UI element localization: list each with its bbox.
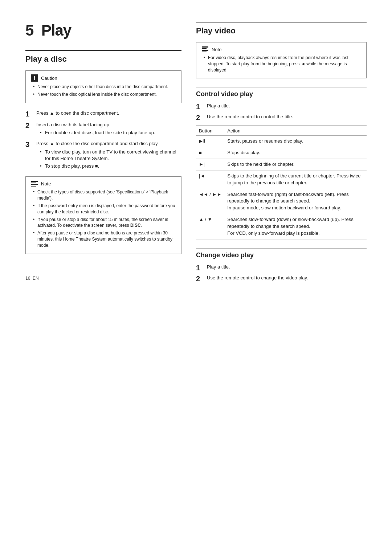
note-item-4: After you pause or stop a disc and no bu… <box>33 230 176 248</box>
play-video-note-item-1: For video disc, playback always resumes … <box>204 55 361 73</box>
steps-list: 1 Press ▲ to open the disc compartment. … <box>25 110 181 171</box>
table-row-0: ▶IIStarts, pauses or resumes disc play. <box>196 136 367 147</box>
note-item-3: If you pause or stop a disc for about 15… <box>33 217 176 229</box>
right-column: Play video Note For video disc, playback… <box>196 22 367 292</box>
step-2: 2 Insert a disc with its label facing up… <box>25 121 181 138</box>
step-1-number: 1 <box>25 110 33 118</box>
table-cell-button-5: ▲ / ▼ <box>196 214 224 239</box>
control-table: Button Action ▶IIStarts, pauses or resum… <box>196 126 367 239</box>
table-cell-button-0: ▶II <box>196 136 224 147</box>
left-section-title: Play a disc <box>25 50 181 64</box>
step-2-number: 2 <box>25 121 33 130</box>
note-item-1: Check the types of discs supported (see … <box>33 189 176 201</box>
play-video-note-icon <box>201 46 209 53</box>
caution-header: ! Caution <box>31 74 176 82</box>
table-cell-action-0: Starts, pauses or resumes disc play. <box>224 136 367 147</box>
note-box: Note Check the types of discs supported … <box>25 176 181 254</box>
change-step-1-number: 1 <box>196 263 203 272</box>
table-cell-button-1: ■ <box>196 147 224 159</box>
play-video-note-list: For video disc, playback always resumes … <box>201 55 361 73</box>
caution-list: Never place any objects other than discs… <box>31 84 176 98</box>
table-row-3: |◄Skips to the beginning of the current … <box>196 170 367 189</box>
change-step-1-content: Play a title. <box>207 263 367 271</box>
change-step-2-content: Use the remote control to change the vid… <box>207 274 367 282</box>
table-cell-button-4: ◄◄ / ►► <box>196 189 224 214</box>
table-cell-button-3: |◄ <box>196 170 224 189</box>
step-2-content: Insert a disc with its label facing up. … <box>36 121 181 138</box>
caution-icon: ! <box>31 74 38 82</box>
table-cell-action-4: Searches fast-forward (right) or fast-ba… <box>224 189 367 214</box>
control-step-1: 1 Play a title. <box>196 102 367 111</box>
caution-box: ! Caution Never place any objects other … <box>25 70 181 103</box>
step-3-number: 3 <box>25 140 33 149</box>
step-1: 1 Press ▲ to open the disc compartment. <box>25 110 181 118</box>
table-cell-action-2: Skips to the next title or chapter. <box>224 159 367 171</box>
table-row-5: ▲ / ▼Searches slow-forward (down) or slo… <box>196 214 367 239</box>
control-step-1-content: Play a title. <box>207 102 367 110</box>
left-column: 5 Play Play a disc ! Caution Never place… <box>25 22 181 292</box>
change-video-steps: 1 Play a title. 2 Use the remote control… <box>196 263 367 283</box>
note-list: Check the types of discs supported (see … <box>31 189 176 248</box>
control-video-section: Control video play 1 Play a title. 2 Use… <box>196 87 367 239</box>
table-row-4: ◄◄ / ►►Searches fast-forward (right) or … <box>196 189 367 214</box>
step-3-bullet-2: To stop disc play, press ■. <box>40 163 181 169</box>
step-3-content: Press ▲ to close the disc compartment an… <box>36 140 181 171</box>
col-action: Action <box>224 126 367 136</box>
table-row-1: ■Stops disc play. <box>196 147 367 159</box>
page-footer: 16 EN <box>25 276 181 281</box>
table-cell-action-3: Skips to the beginning of the current ti… <box>224 170 367 189</box>
control-video-steps: 1 Play a title. 2 Use the remote control… <box>196 102 367 122</box>
step-3-bullet-1: To view disc play, turn on the TV to the… <box>40 149 181 162</box>
chapter-title: 5 Play <box>25 22 181 39</box>
control-step-1-number: 1 <box>196 102 203 111</box>
note-icon <box>31 180 38 187</box>
note-label: Note <box>41 181 51 187</box>
table-header-row: Button Action <box>196 126 367 136</box>
change-step-2: 2 Use the remote control to change the v… <box>196 274 367 283</box>
change-video-title: Change video play <box>196 248 367 259</box>
table-cell-button-2: ►| <box>196 159 224 171</box>
table-cell-action-5: Searches slow-forward (down) or slow-bac… <box>224 214 367 239</box>
control-step-2-content: Use the remote control to control the ti… <box>207 113 367 120</box>
step-3-bullets: To view disc play, turn on the TV to the… <box>36 149 181 170</box>
caution-label: Caution <box>41 75 57 81</box>
control-step-2: 2 Use the remote control to control the … <box>196 113 367 122</box>
control-video-title: Control video play <box>196 87 367 98</box>
col-button: Button <box>196 126 224 136</box>
table-body: ▶IIStarts, pauses or resumes disc play.■… <box>196 136 367 239</box>
change-video-section: Change video play 1 Play a title. 2 Use … <box>196 248 367 283</box>
control-step-2-number: 2 <box>196 113 203 122</box>
control-table-container: Button Action ▶IIStarts, pauses or resum… <box>196 126 367 239</box>
page-layout: 5 Play Play a disc ! Caution Never place… <box>25 22 367 292</box>
right-section-title: Play video <box>196 22 367 36</box>
caution-item-2: Never touch the disc optical lens inside… <box>33 91 176 98</box>
table-cell-action-1: Stops disc play. <box>224 147 367 159</box>
note-header: Note <box>31 180 176 187</box>
caution-item-1: Never place any objects other than discs… <box>33 84 176 90</box>
change-step-1: 1 Play a title. <box>196 263 367 272</box>
change-step-2-number: 2 <box>196 274 203 283</box>
play-video-note-header: Note <box>201 46 361 53</box>
play-video-note-box: Note For video disc, playback always res… <box>196 42 367 78</box>
step-2-bullet-1: For double-sided discs, load the side to… <box>40 130 181 136</box>
step-3: 3 Press ▲ to close the disc compartment … <box>25 140 181 171</box>
step-2-bullets: For double-sided discs, load the side to… <box>36 130 181 136</box>
table-row-2: ►|Skips to the next title or chapter. <box>196 159 367 171</box>
play-video-note-label: Note <box>212 47 221 52</box>
step-1-content: Press ▲ to open the disc compartment. <box>36 110 181 117</box>
note-item-2: If the password entry menu is displayed,… <box>33 203 176 215</box>
